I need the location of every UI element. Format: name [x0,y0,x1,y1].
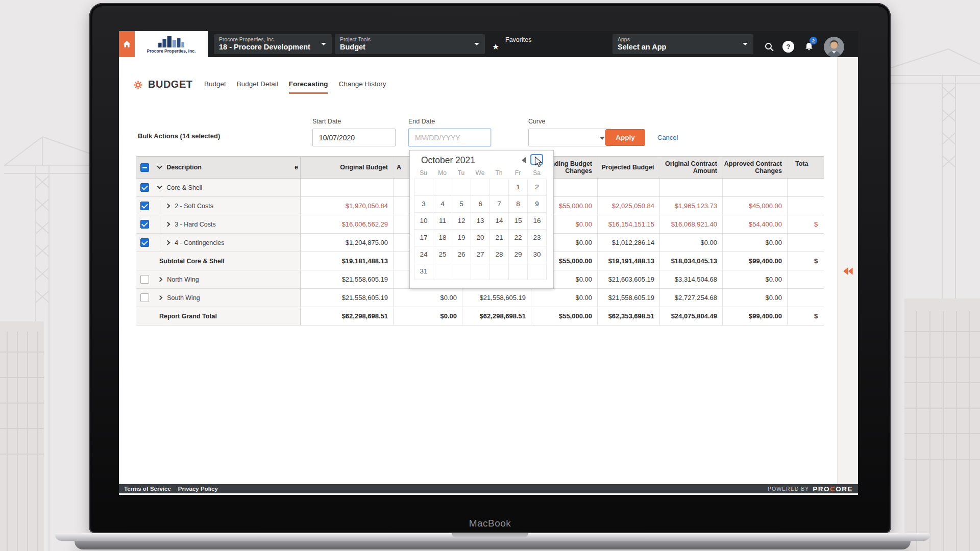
row-description-cell: 4 - Contingencies [153,234,300,252]
calendar-empty-cell [471,263,490,280]
money-cell [597,179,659,196]
row-checkbox[interactable] [140,293,149,302]
row-checkbox[interactable] [140,202,149,210]
select-all-checkbox[interactable] [140,163,149,172]
calendar-day-4[interactable]: 4 [433,196,452,213]
calendar-day-25[interactable]: 25 [433,246,452,263]
help-glyph: ? [787,43,791,51]
collapse-panel-icon[interactable] [843,267,853,275]
row-checkbox[interactable] [140,275,149,284]
calendar-day-21[interactable]: 21 [490,230,509,246]
favorites-label[interactable]: Favorites [505,36,531,43]
collapse-all-chevron-icon[interactable] [157,164,162,169]
calendar-day-29[interactable]: 29 [509,246,528,263]
money-cell: $0.00 [722,234,787,252]
expand-row-chevron-icon[interactable] [158,295,163,300]
calendar-day-26[interactable]: 26 [452,246,471,263]
row-checkbox[interactable] [140,220,149,229]
tab-budget[interactable]: Budget [204,80,226,94]
money-cell: $55,000.00 [531,307,597,325]
end-date-label: End Date [408,118,435,125]
tab-budget-detail[interactable]: Budget Detail [237,80,278,94]
calendar-grid: 1234567891011121314151617181920212223242… [414,179,547,280]
calendar-day-14[interactable]: 14 [490,213,509,230]
apply-button[interactable]: Apply [605,129,645,146]
page-background: Procore Properties, Inc. Procore Propert… [0,0,980,551]
calendar-day-2[interactable]: 2 [528,179,547,196]
expand-row-chevron-icon[interactable] [165,240,170,245]
calendar-day-13[interactable]: 13 [471,213,490,230]
calendar-day-11[interactable]: 11 [433,213,452,230]
macbook-base-notch [452,533,528,538]
calendar-prev-month-button[interactable] [522,157,526,163]
footer-link-privacy-policy[interactable]: Privacy Policy [178,486,218,492]
calendar-empty-cell [471,179,490,196]
company-logo: Procore Properties, Inc. [135,31,208,57]
help-icon[interactable]: ? [782,41,794,53]
cancel-button[interactable]: Cancel [657,134,678,141]
calendar-day-12[interactable]: 12 [452,213,471,230]
calendar-day-18[interactable]: 18 [433,230,452,246]
calendar-day-5[interactable]: 5 [452,196,471,213]
calendar-day-header: We [471,169,489,177]
calendar-day-23[interactable]: 23 [528,230,547,246]
curve-select[interactable] [528,129,611,146]
collapse-row-chevron-icon[interactable] [157,184,162,189]
money-cell: $0.00 [722,289,787,307]
calendar-day-8[interactable]: 8 [509,196,528,213]
calendar-day-19[interactable]: 19 [452,230,471,246]
expand-row-chevron-icon[interactable] [165,221,170,227]
calendar-day-28[interactable]: 28 [490,246,509,263]
chevron-down-icon [743,43,748,45]
money-cell: $19,191,488.13 [597,252,659,270]
home-button[interactable] [119,31,135,57]
powered-by-label: POWERED BY [768,486,809,492]
calendar-day-24[interactable]: 24 [414,246,433,263]
budget-settings-gear-icon[interactable] [134,81,142,89]
tab-bar: BudgetBudget DetailForecastingChange His… [204,80,386,94]
tab-forecasting[interactable]: Forecasting [289,80,328,94]
calendar-day-9[interactable]: 9 [528,196,547,213]
apps-selector[interactable]: Apps Select an App [612,34,753,54]
calendar-empty-cell [490,263,509,280]
calendar-day-30[interactable]: 30 [528,246,547,263]
row-description-cell: Report Grand Total [153,307,300,325]
calendar-empty-cell [452,263,471,280]
expand-row-chevron-icon[interactable] [165,203,170,208]
calendar-day-6[interactable]: 6 [471,196,490,213]
money-cell: $21,558,605.19 [597,289,659,307]
tab-change-history[interactable]: Change History [338,80,386,94]
calendar-day-27[interactable]: 27 [471,246,490,263]
company-selector-value: 18 - Procore Development [219,42,320,52]
calendar-day-17[interactable]: 17 [414,230,433,246]
calendar-day-3[interactable]: 3 [414,196,433,213]
end-date-input[interactable] [408,129,491,146]
row-label: 3 - Hard Costs [175,221,216,228]
company-project-selector[interactable]: Procore Properties, Inc. 18 - Procore De… [214,34,332,54]
calendar-day-16[interactable]: 16 [528,213,547,230]
project-tools-selector[interactable]: Project Tools Budget [335,34,485,54]
money-cell: $0.00 [393,289,462,307]
calendar-day-1[interactable]: 1 [509,179,528,196]
favorites-star-icon[interactable]: ★ [492,43,499,51]
calendar-day-20[interactable]: 20 [471,230,490,246]
chevron-down-icon [474,43,479,45]
search-icon[interactable] [764,42,774,52]
footer-link-terms-of-service[interactable]: Terms of Service [124,486,171,492]
row-checkbox[interactable] [140,238,149,247]
calendar-day-31[interactable]: 31 [414,263,433,280]
company-logo-text: Procore Properties, Inc. [147,48,196,54]
start-date-input[interactable] [312,129,396,146]
calendar-day-10[interactable]: 10 [414,213,433,230]
calendar-day-22[interactable]: 22 [509,230,528,246]
user-avatar[interactable] [824,37,844,57]
row-checkbox[interactable] [140,183,149,192]
row-checkbox-cell [136,179,153,196]
row-label: South Wing [167,294,200,302]
calendar-day-15[interactable]: 15 [509,213,528,230]
calendar-day-7[interactable]: 7 [490,196,509,213]
calendar-day-header: Fr [508,169,527,177]
expand-row-chevron-icon[interactable] [158,277,163,282]
bulk-actions-label: Bulk Actions (14 selected) [138,132,220,140]
apps-selector-label: Apps [618,36,741,42]
